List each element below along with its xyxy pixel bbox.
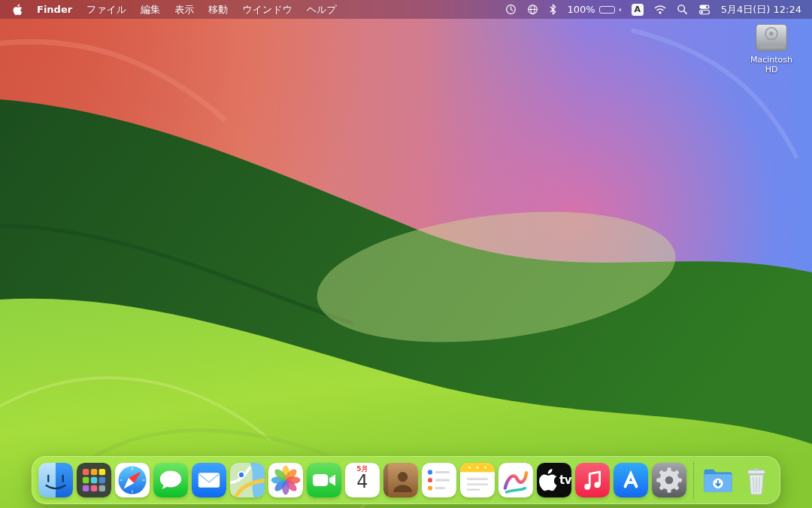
sonoma-wallpaper <box>0 0 812 508</box>
globe-icon[interactable] <box>527 4 538 15</box>
mail-icon <box>192 463 226 497</box>
safari-icon <box>115 463 150 497</box>
dock-item-notes[interactable] <box>460 463 495 497</box>
facetime-icon <box>307 463 341 497</box>
dock-item-messages[interactable] <box>153 463 188 497</box>
dock-item-maps[interactable] <box>230 463 265 497</box>
dock-item-safari[interactable] <box>115 463 150 497</box>
downloads-folder-icon <box>701 463 735 497</box>
dock-item-mail[interactable] <box>192 463 226 497</box>
desktop-icon-label: Macintosh HD <box>743 55 800 75</box>
dock-item-calendar[interactable]: 5月 4 <box>345 463 380 497</box>
notes-icon <box>460 463 495 497</box>
battery-cap <box>620 8 621 11</box>
dock-item-downloads[interactable] <box>701 463 735 497</box>
spotlight-icon[interactable] <box>677 4 688 15</box>
menu-view[interactable]: 表示 <box>174 3 194 17</box>
finder-icon <box>38 463 73 497</box>
dock-container: 5月 4 <box>0 456 812 504</box>
dock-item-freeform[interactable] <box>498 463 533 497</box>
battery-indicator[interactable]: 100% <box>568 4 621 15</box>
battery-icon <box>599 6 615 14</box>
music-icon <box>575 463 610 497</box>
menu-bar-status: 100% A <box>505 3 801 17</box>
dock-item-photos[interactable] <box>268 463 303 497</box>
system-settings-icon <box>652 463 686 497</box>
dock-item-facetime[interactable] <box>307 463 341 497</box>
hard-drive-icon <box>754 23 789 53</box>
dock-item-reminders[interactable] <box>422 463 456 497</box>
menu-bar: Finder ファイル 編集 表示 移動 ウインドウ ヘルプ <box>0 0 812 19</box>
dock-item-finder[interactable] <box>38 463 73 497</box>
clock-icon[interactable] <box>505 4 517 15</box>
dock-item-system-settings[interactable] <box>652 463 686 497</box>
freeform-icon <box>498 463 533 497</box>
apple-menu-icon[interactable] <box>12 4 23 16</box>
dock-item-launchpad[interactable] <box>77 463 111 497</box>
menu-file[interactable]: ファイル <box>86 3 126 17</box>
control-center-icon[interactable] <box>698 4 710 15</box>
battery-percent-label: 100% <box>568 4 595 15</box>
reminders-icon <box>422 463 456 497</box>
photos-icon <box>268 463 303 497</box>
dock-item-trash[interactable] <box>739 463 774 497</box>
dock-item-app-store[interactable] <box>614 463 648 497</box>
contacts-icon <box>383 463 418 497</box>
calendar-day-label: 4 <box>356 473 368 491</box>
menu-app-name[interactable]: Finder <box>37 4 72 15</box>
menu-go[interactable]: 移動 <box>208 3 228 17</box>
bluetooth-icon[interactable] <box>549 4 557 15</box>
dock-divider <box>693 461 694 499</box>
input-source-badge[interactable]: A <box>632 4 644 16</box>
menu-edit[interactable]: 編集 <box>141 3 160 17</box>
menu-help[interactable]: ヘルプ <box>307 3 337 17</box>
tv-logo-label: tv <box>559 473 571 487</box>
menu-bar-left: Finder ファイル 編集 表示 移動 ウインドウ ヘルプ <box>12 3 337 17</box>
dock-item-tv[interactable]: tv <box>537 463 571 497</box>
wifi-icon[interactable] <box>654 5 666 14</box>
messages-icon <box>153 463 188 497</box>
macos-desktop: Finder ファイル 編集 表示 移動 ウインドウ ヘルプ <box>0 0 812 508</box>
launchpad-icon <box>77 463 111 497</box>
apple-logo-icon <box>537 463 558 497</box>
trash-icon <box>739 463 774 497</box>
menu-window[interactable]: ウインドウ <box>242 3 292 17</box>
dock-item-music[interactable] <box>575 463 610 497</box>
dock-item-contacts[interactable] <box>383 463 418 497</box>
menu-bar-clock[interactable]: 5月4日(日) 12:24 <box>721 3 801 17</box>
dock: 5月 4 <box>32 456 780 504</box>
desktop-icon-macintosh-hd[interactable]: Macintosh HD <box>743 23 800 75</box>
maps-icon <box>230 463 265 497</box>
app-store-icon <box>614 463 648 497</box>
